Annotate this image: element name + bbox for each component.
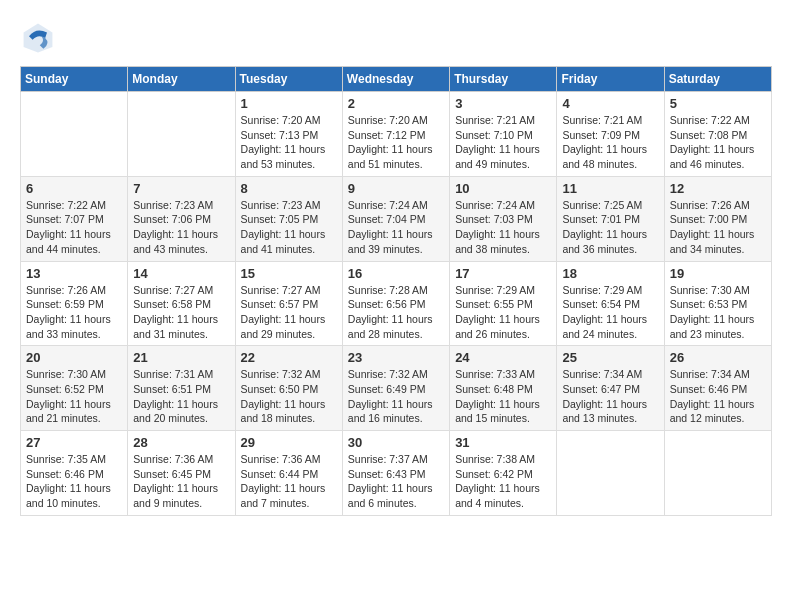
calendar-cell (664, 431, 771, 516)
weekday-header: Saturday (664, 67, 771, 92)
calendar-cell: 3Sunrise: 7:21 AMSunset: 7:10 PMDaylight… (450, 92, 557, 177)
day-info: Sunrise: 7:20 AMSunset: 7:13 PMDaylight:… (241, 113, 337, 172)
calendar-cell: 13Sunrise: 7:26 AMSunset: 6:59 PMDayligh… (21, 261, 128, 346)
calendar-cell (128, 92, 235, 177)
weekday-header: Thursday (450, 67, 557, 92)
calendar-cell (557, 431, 664, 516)
calendar-week-row: 13Sunrise: 7:26 AMSunset: 6:59 PMDayligh… (21, 261, 772, 346)
day-info: Sunrise: 7:27 AMSunset: 6:58 PMDaylight:… (133, 283, 229, 342)
day-number: 22 (241, 350, 337, 365)
calendar-cell: 30Sunrise: 7:37 AMSunset: 6:43 PMDayligh… (342, 431, 449, 516)
day-info: Sunrise: 7:23 AMSunset: 7:05 PMDaylight:… (241, 198, 337, 257)
calendar-cell: 4Sunrise: 7:21 AMSunset: 7:09 PMDaylight… (557, 92, 664, 177)
calendar-header-row: SundayMondayTuesdayWednesdayThursdayFrid… (21, 67, 772, 92)
day-info: Sunrise: 7:21 AMSunset: 7:10 PMDaylight:… (455, 113, 551, 172)
day-number: 8 (241, 181, 337, 196)
day-info: Sunrise: 7:26 AMSunset: 6:59 PMDaylight:… (26, 283, 122, 342)
day-info: Sunrise: 7:30 AMSunset: 6:52 PMDaylight:… (26, 367, 122, 426)
day-number: 28 (133, 435, 229, 450)
day-info: Sunrise: 7:29 AMSunset: 6:55 PMDaylight:… (455, 283, 551, 342)
day-number: 7 (133, 181, 229, 196)
day-info: Sunrise: 7:26 AMSunset: 7:00 PMDaylight:… (670, 198, 766, 257)
calendar-cell: 9Sunrise: 7:24 AMSunset: 7:04 PMDaylight… (342, 176, 449, 261)
calendar-cell: 28Sunrise: 7:36 AMSunset: 6:45 PMDayligh… (128, 431, 235, 516)
day-info: Sunrise: 7:22 AMSunset: 7:08 PMDaylight:… (670, 113, 766, 172)
day-number: 11 (562, 181, 658, 196)
day-info: Sunrise: 7:34 AMSunset: 6:46 PMDaylight:… (670, 367, 766, 426)
calendar-week-row: 6Sunrise: 7:22 AMSunset: 7:07 PMDaylight… (21, 176, 772, 261)
calendar-cell: 17Sunrise: 7:29 AMSunset: 6:55 PMDayligh… (450, 261, 557, 346)
calendar-cell (21, 92, 128, 177)
day-info: Sunrise: 7:30 AMSunset: 6:53 PMDaylight:… (670, 283, 766, 342)
day-number: 14 (133, 266, 229, 281)
calendar-cell: 11Sunrise: 7:25 AMSunset: 7:01 PMDayligh… (557, 176, 664, 261)
day-number: 29 (241, 435, 337, 450)
day-number: 24 (455, 350, 551, 365)
day-number: 23 (348, 350, 444, 365)
calendar-cell: 29Sunrise: 7:36 AMSunset: 6:44 PMDayligh… (235, 431, 342, 516)
day-info: Sunrise: 7:24 AMSunset: 7:04 PMDaylight:… (348, 198, 444, 257)
calendar-cell: 8Sunrise: 7:23 AMSunset: 7:05 PMDaylight… (235, 176, 342, 261)
day-number: 3 (455, 96, 551, 111)
day-info: Sunrise: 7:20 AMSunset: 7:12 PMDaylight:… (348, 113, 444, 172)
day-number: 20 (26, 350, 122, 365)
day-info: Sunrise: 7:36 AMSunset: 6:44 PMDaylight:… (241, 452, 337, 511)
weekday-header: Wednesday (342, 67, 449, 92)
day-number: 18 (562, 266, 658, 281)
day-info: Sunrise: 7:28 AMSunset: 6:56 PMDaylight:… (348, 283, 444, 342)
calendar-cell: 23Sunrise: 7:32 AMSunset: 6:49 PMDayligh… (342, 346, 449, 431)
day-info: Sunrise: 7:33 AMSunset: 6:48 PMDaylight:… (455, 367, 551, 426)
day-info: Sunrise: 7:32 AMSunset: 6:49 PMDaylight:… (348, 367, 444, 426)
day-number: 26 (670, 350, 766, 365)
day-number: 15 (241, 266, 337, 281)
day-number: 25 (562, 350, 658, 365)
calendar-cell: 24Sunrise: 7:33 AMSunset: 6:48 PMDayligh… (450, 346, 557, 431)
day-number: 13 (26, 266, 122, 281)
day-info: Sunrise: 7:21 AMSunset: 7:09 PMDaylight:… (562, 113, 658, 172)
day-info: Sunrise: 7:29 AMSunset: 6:54 PMDaylight:… (562, 283, 658, 342)
day-number: 1 (241, 96, 337, 111)
weekday-header: Sunday (21, 67, 128, 92)
weekday-header: Friday (557, 67, 664, 92)
day-info: Sunrise: 7:34 AMSunset: 6:47 PMDaylight:… (562, 367, 658, 426)
logo-icon (20, 20, 56, 56)
calendar-cell: 18Sunrise: 7:29 AMSunset: 6:54 PMDayligh… (557, 261, 664, 346)
day-number: 21 (133, 350, 229, 365)
calendar-cell: 21Sunrise: 7:31 AMSunset: 6:51 PMDayligh… (128, 346, 235, 431)
day-info: Sunrise: 7:35 AMSunset: 6:46 PMDaylight:… (26, 452, 122, 511)
calendar-cell: 22Sunrise: 7:32 AMSunset: 6:50 PMDayligh… (235, 346, 342, 431)
day-info: Sunrise: 7:38 AMSunset: 6:42 PMDaylight:… (455, 452, 551, 511)
day-info: Sunrise: 7:32 AMSunset: 6:50 PMDaylight:… (241, 367, 337, 426)
svg-marker-0 (24, 24, 53, 53)
day-number: 6 (26, 181, 122, 196)
day-number: 10 (455, 181, 551, 196)
day-info: Sunrise: 7:31 AMSunset: 6:51 PMDaylight:… (133, 367, 229, 426)
calendar-week-row: 20Sunrise: 7:30 AMSunset: 6:52 PMDayligh… (21, 346, 772, 431)
calendar-cell: 26Sunrise: 7:34 AMSunset: 6:46 PMDayligh… (664, 346, 771, 431)
logo (20, 20, 60, 56)
calendar-cell: 6Sunrise: 7:22 AMSunset: 7:07 PMDaylight… (21, 176, 128, 261)
day-number: 30 (348, 435, 444, 450)
calendar-cell: 12Sunrise: 7:26 AMSunset: 7:00 PMDayligh… (664, 176, 771, 261)
calendar-cell: 16Sunrise: 7:28 AMSunset: 6:56 PMDayligh… (342, 261, 449, 346)
calendar-cell: 5Sunrise: 7:22 AMSunset: 7:08 PMDaylight… (664, 92, 771, 177)
day-number: 17 (455, 266, 551, 281)
day-number: 12 (670, 181, 766, 196)
calendar-cell: 10Sunrise: 7:24 AMSunset: 7:03 PMDayligh… (450, 176, 557, 261)
day-number: 31 (455, 435, 551, 450)
weekday-header: Monday (128, 67, 235, 92)
calendar-cell: 14Sunrise: 7:27 AMSunset: 6:58 PMDayligh… (128, 261, 235, 346)
calendar-table: SundayMondayTuesdayWednesdayThursdayFrid… (20, 66, 772, 516)
calendar-cell: 31Sunrise: 7:38 AMSunset: 6:42 PMDayligh… (450, 431, 557, 516)
calendar-cell: 7Sunrise: 7:23 AMSunset: 7:06 PMDaylight… (128, 176, 235, 261)
calendar-cell: 1Sunrise: 7:20 AMSunset: 7:13 PMDaylight… (235, 92, 342, 177)
day-info: Sunrise: 7:25 AMSunset: 7:01 PMDaylight:… (562, 198, 658, 257)
day-number: 16 (348, 266, 444, 281)
day-info: Sunrise: 7:23 AMSunset: 7:06 PMDaylight:… (133, 198, 229, 257)
calendar-cell: 2Sunrise: 7:20 AMSunset: 7:12 PMDaylight… (342, 92, 449, 177)
day-info: Sunrise: 7:37 AMSunset: 6:43 PMDaylight:… (348, 452, 444, 511)
calendar-week-row: 27Sunrise: 7:35 AMSunset: 6:46 PMDayligh… (21, 431, 772, 516)
calendar-cell: 19Sunrise: 7:30 AMSunset: 6:53 PMDayligh… (664, 261, 771, 346)
calendar-cell: 15Sunrise: 7:27 AMSunset: 6:57 PMDayligh… (235, 261, 342, 346)
day-info: Sunrise: 7:24 AMSunset: 7:03 PMDaylight:… (455, 198, 551, 257)
